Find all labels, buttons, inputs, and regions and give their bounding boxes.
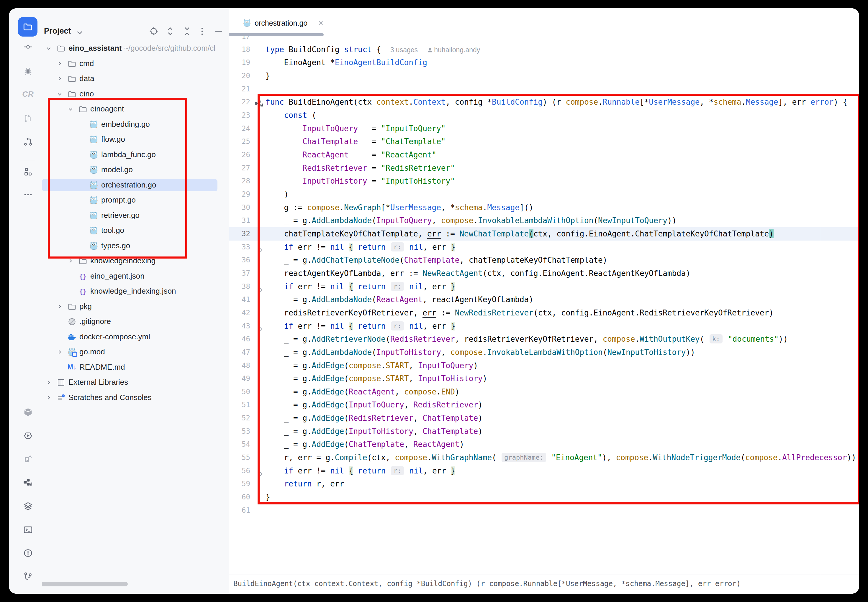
chevron-right-icon[interactable] bbox=[46, 379, 52, 385]
tree-item-tool-go[interactable]: tool.go bbox=[42, 223, 229, 238]
code-line-33[interactable]: 33 if err != nil { return r: nil, err } bbox=[229, 241, 859, 254]
code-line-19[interactable]: 19 EinoAgent *EinoAgentBuildConfig bbox=[229, 56, 859, 69]
code-line-30[interactable]: 30 g := compose.NewGraph[*UserMessage, *… bbox=[229, 201, 859, 214]
chevron-down-icon[interactable] bbox=[46, 45, 52, 51]
code-line-28[interactable]: 28 InputToHistory = "InputToHistory" bbox=[229, 175, 859, 188]
sidebar-item-project[interactable] bbox=[18, 17, 37, 37]
terminal-icon[interactable] bbox=[23, 525, 33, 535]
chevron-right-icon[interactable] bbox=[57, 304, 63, 310]
locate-file-icon[interactable] bbox=[149, 26, 159, 37]
problems-icon[interactable] bbox=[23, 548, 33, 558]
code-line-38[interactable]: 38 if err != nil { return r: nil, err } bbox=[229, 280, 859, 293]
code-line-50[interactable]: 50 _ = g.AddEdge(ReactAgent, compose.END… bbox=[229, 385, 859, 399]
git-branch-icon[interactable] bbox=[23, 571, 33, 581]
tree-item-eino-assistant[interactable]: eino_assistant ~/gocode/src/github.com/c… bbox=[42, 41, 229, 56]
code-line-42[interactable]: 42 redisRetrieverKeyOfRetriever, err := … bbox=[229, 306, 859, 319]
tree-item-model-go[interactable]: model.go bbox=[42, 162, 229, 178]
code-line-37[interactable]: 37 reactAgentKeyOfLambda, err := NewReac… bbox=[229, 267, 859, 280]
more-menu-icon[interactable] bbox=[197, 26, 208, 37]
code-line-61[interactable]: 61 bbox=[229, 504, 859, 517]
code-review-icon[interactable]: CR bbox=[23, 89, 33, 99]
code-line-22[interactable]: 22func BuildEinoAgent(ctx context.Contex… bbox=[229, 95, 859, 109]
close-tab-icon[interactable] bbox=[317, 20, 324, 26]
chevron-right-icon[interactable] bbox=[57, 76, 63, 81]
chevron-right-icon[interactable] bbox=[57, 349, 63, 355]
fold-expand-icon[interactable] bbox=[258, 284, 264, 290]
expand-all-icon[interactable] bbox=[165, 26, 176, 37]
code-line-49[interactable]: 49 _ = g.AddEdge(compose.START, InputToH… bbox=[229, 372, 859, 385]
project-panel-title[interactable]: Project bbox=[44, 26, 71, 36]
code-line-24[interactable]: 24 InputToQuery = "InputToQuery" bbox=[229, 122, 859, 135]
tree-item-einoagent[interactable]: einoagent bbox=[42, 101, 229, 117]
code-line-51[interactable]: 51 _ = g.AddEdge(InputToQuery, RedisRetr… bbox=[229, 398, 859, 412]
code-editor[interactable]: 1718type BuildConfig struct { 3 usages h… bbox=[229, 8, 859, 575]
code-line-46[interactable]: 46 _ = g.AddRetrieverNode(RedisRetriever… bbox=[229, 333, 859, 346]
code-line-55[interactable]: 55 r, err = g.Compile(ctx, compose.WithG… bbox=[229, 451, 859, 464]
run-profile-icon[interactable] bbox=[23, 431, 33, 441]
fold-expand-icon[interactable] bbox=[258, 244, 264, 250]
code-line-54[interactable]: 54 _ = g.AddEdge(ChatTemplate, ReactAgen… bbox=[229, 438, 859, 451]
fold-expand-icon[interactable] bbox=[258, 323, 264, 329]
tree-item-pkg[interactable]: pkg bbox=[42, 299, 229, 314]
tree-item-lambda-func-go[interactable]: lambda_func.go bbox=[42, 147, 229, 163]
vcs-branch-graph-icon[interactable] bbox=[23, 137, 33, 146]
tree-item-cmd[interactable]: cmd bbox=[42, 56, 229, 71]
code-line-25[interactable]: 25 ChatTemplate = "ChatTemplate" bbox=[229, 135, 859, 148]
structure-icon[interactable] bbox=[23, 167, 33, 177]
chevron-down-icon[interactable] bbox=[57, 91, 63, 97]
tree-item-external-libraries[interactable]: External Libraries bbox=[42, 375, 229, 390]
tree-item-types-go[interactable]: types.go bbox=[42, 238, 229, 253]
dependencies-cube-icon[interactable] bbox=[23, 407, 33, 417]
commit-icon[interactable] bbox=[23, 42, 33, 52]
code-line-47[interactable]: 47 _ = g.AddLambdaNode(InputToHistory, c… bbox=[229, 346, 859, 359]
code-line-60[interactable]: 60} bbox=[229, 491, 859, 504]
fold-expand-icon[interactable] bbox=[258, 468, 264, 474]
code-line-23[interactable]: 23 const ( bbox=[229, 109, 859, 122]
code-line-29[interactable]: 29 ) bbox=[229, 188, 859, 201]
eino-graph-icon[interactable] bbox=[23, 477, 33, 487]
tree-item-data[interactable]: data bbox=[42, 71, 229, 86]
project-panel-hscrollbar[interactable] bbox=[42, 582, 128, 587]
hide-panel-icon[interactable] bbox=[214, 26, 224, 37]
chevron-right-icon[interactable] bbox=[68, 258, 74, 264]
code-line-41[interactable]: 41 _ = g.AddLambdaNode(ReactAgent, react… bbox=[229, 293, 859, 306]
services-layers-icon[interactable] bbox=[23, 501, 33, 511]
code-line-48[interactable]: 48 _ = g.AddEdge(compose.START, InputToQ… bbox=[229, 359, 859, 372]
tree-item-eino-agent-json[interactable]: {}eino_agent.json bbox=[42, 269, 229, 284]
tree-item-knowledgeindexing[interactable]: knowledgeindexing bbox=[42, 253, 229, 269]
tree-item-knowledge-indexing-json[interactable]: {}knowledge_indexing.json bbox=[42, 284, 229, 299]
notifications-doc-icon[interactable] bbox=[23, 454, 33, 464]
code-line-59[interactable]: 59 return r, err bbox=[229, 477, 859, 491]
tree-item-embedding-go[interactable]: embedding.go bbox=[42, 117, 229, 132]
tree-item-go-mod[interactable]: go.mod bbox=[42, 344, 229, 360]
tree-item-readme-md[interactable]: M↓README.md bbox=[42, 360, 229, 375]
code-line-36[interactable]: 36 _ = g.AddChatTemplateNode(ChatTemplat… bbox=[229, 253, 859, 267]
code-line-52[interactable]: 52 _ = g.AddEdge(RedisRetriever, ChatTem… bbox=[229, 412, 859, 425]
code-line-21[interactable]: 21 bbox=[229, 83, 859, 96]
code-line-56[interactable]: 56 if err != nil { return r: nil, err } bbox=[229, 464, 859, 478]
code-line-32[interactable]: 32 chatTemplateKeyOfChatTemplate, err :=… bbox=[229, 227, 859, 241]
code-line-27[interactable]: 27 RedisRetriever = "RedisRetriever" bbox=[229, 161, 859, 175]
tree-item-retriever-go[interactable]: retriever.go bbox=[42, 208, 229, 223]
tree-item-scratches-and-consoles[interactable]: Scratches and Consoles bbox=[42, 390, 229, 405]
tree-item-eino[interactable]: eino bbox=[42, 86, 229, 102]
debug-bug-icon[interactable] bbox=[23, 66, 33, 76]
chevron-right-icon[interactable] bbox=[46, 395, 52, 401]
tree-item-orchestration-go[interactable]: orchestration.go bbox=[42, 178, 229, 193]
tree-item--gitignore[interactable]: .gitignore bbox=[42, 314, 229, 329]
tree-item-docker-compose-yml[interactable]: docker-compose.yml bbox=[42, 329, 229, 345]
pull-request-icon[interactable] bbox=[23, 113, 33, 123]
code-line-43[interactable]: 43 if err != nil { return r: nil, err } bbox=[229, 319, 859, 333]
chevron-right-icon[interactable] bbox=[57, 61, 63, 67]
tree-item-flow-go[interactable]: flow.go bbox=[42, 132, 229, 147]
collapse-all-icon[interactable] bbox=[182, 26, 193, 37]
code-line-18[interactable]: 18type BuildConfig struct { 3 usages huh… bbox=[229, 43, 859, 56]
tree-item-prompt-go[interactable]: prompt.go bbox=[42, 192, 229, 208]
more-dots-icon[interactable] bbox=[23, 190, 33, 200]
code-line-53[interactable]: 53 _ = g.AddEdge(InputToHistory, ChatTem… bbox=[229, 425, 859, 438]
eino-graph-gutter-icon[interactable] bbox=[255, 98, 263, 106]
chevron-down-icon[interactable] bbox=[68, 106, 74, 112]
code-line-31[interactable]: 31 _ = g.AddLambdaNode(InputToQuery, com… bbox=[229, 214, 859, 227]
code-line-26[interactable]: 26 ReactAgent = "ReactAgent" bbox=[229, 148, 859, 161]
code-line-20[interactable]: 20} bbox=[229, 69, 859, 83]
